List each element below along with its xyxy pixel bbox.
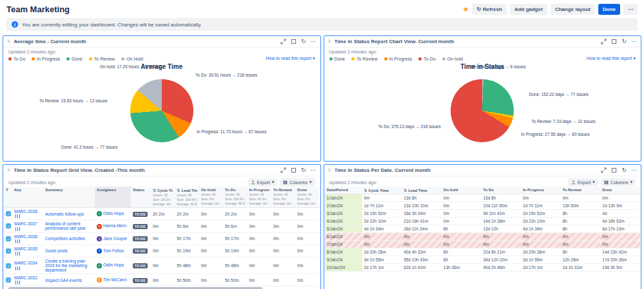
- refresh-gadget-icon[interactable]: ↻: [301, 167, 306, 173]
- export-button[interactable]: Export ▾: [568, 178, 598, 186]
- fullscreen-icon[interactable]: [611, 39, 617, 44]
- column-header-to-review[interactable]: To ReviewIssues: 30Sum: 0mAverage: 0m: [271, 187, 295, 208]
- assignee-link[interactable]: Jane Cooper: [103, 236, 127, 241]
- column-header-date-period[interactable]: Date/Period: [325, 187, 362, 194]
- column-header-to-do[interactable]: To DoIssues: 30Sum: 10d 2h 35mAverage: 8…: [223, 187, 247, 208]
- more-options-button[interactable]: ⋯: [623, 4, 638, 15]
- refresh-gadget-icon[interactable]: ↻: [301, 39, 306, 44]
- column-header-done[interactable]: Done: [600, 187, 640, 194]
- legend-item[interactable]: Done: [329, 57, 346, 61]
- resize-icon[interactable]: [280, 167, 286, 173]
- resize-icon[interactable]: [280, 39, 286, 44]
- issue-key-link[interactable]: MARC-3035: [14, 247, 37, 251]
- drag-handle-icon[interactable]: ⠿: [328, 39, 331, 44]
- chart-icon[interactable]: [15, 252, 20, 256]
- chart-icon[interactable]: [15, 227, 20, 231]
- chart-icon[interactable]: [15, 266, 20, 270]
- refresh-gadget-icon[interactable]: ↻: [621, 39, 627, 44]
- add-gadget-button[interactable]: Add gadget: [510, 4, 547, 15]
- legend-item[interactable]: To Do: [8, 57, 25, 61]
- chart-icon[interactable]: [15, 239, 20, 243]
- pie-chart[interactable]: [130, 79, 193, 142]
- issue-key-link[interactable]: MARC-3036: [14, 234, 37, 239]
- issue-summary-link[interactable]: Automatic follow-ups: [45, 212, 84, 216]
- legend-item[interactable]: In Progress: [32, 57, 60, 61]
- assignee-link[interactable]: Ostin Hops: [103, 211, 124, 216]
- issue-key-link[interactable]: MARC-3038: [14, 209, 37, 214]
- chart-icon[interactable]: [15, 281, 20, 284]
- resize-icon[interactable]: [601, 167, 607, 173]
- column-header-done[interactable]: DoneIssues: 30Sum: 0mAverage: 0m: [295, 187, 319, 208]
- issue-summary-link[interactable]: Guest posts: [45, 248, 68, 253]
- columns-button[interactable]: Columns ▾: [601, 178, 636, 186]
- help-link[interactable]: How to read this report ▾: [587, 56, 636, 61]
- issue-key-link[interactable]: MARC-3032: [14, 275, 37, 280]
- column-header-cycle-time[interactable]: ⇅Cycle TimeIssues: 30Sum: 2h 2mAverage: …: [151, 187, 175, 208]
- assignee-link[interactable]: Tom Felton: [103, 248, 124, 253]
- column-header-lead-time[interactable]: ⇅Lead TimeIssues: 30Sum: 10d 4h 37mAvera…: [175, 187, 199, 208]
- sort-icon[interactable]: ⇅: [404, 188, 407, 192]
- assignee-link[interactable]: Tim McCann: [103, 277, 127, 282]
- change-layout-button[interactable]: Change layout: [551, 4, 595, 15]
- sort-icon[interactable]: ⇅: [364, 188, 367, 192]
- issue-row[interactable]: ✓MARC-3037Analysis of content performanc…: [4, 220, 320, 232]
- column-header-lead-time[interactable]: ⇅Lead Time: [402, 187, 442, 194]
- legend-item[interactable]: Done: [66, 57, 83, 61]
- gadget-more-icon[interactable]: ⋯: [631, 39, 637, 44]
- sort-icon[interactable]: ⇅: [153, 188, 156, 192]
- refresh-gadget-icon[interactable]: ↻: [621, 167, 627, 173]
- columns-button[interactable]: Columns ▾: [280, 178, 315, 186]
- issue-summary-link[interactable]: Analysis of content performance last yea…: [45, 221, 86, 230]
- issue-summary-link[interactable]: Create a training plan 2024 for the mark…: [45, 259, 87, 272]
- gadget-more-icon[interactable]: ⋯: [311, 39, 317, 44]
- chart-icon[interactable]: [15, 214, 20, 218]
- column-header-summary[interactable]: Summary: [43, 187, 95, 208]
- issue-row[interactable]: ✓MARC-3035Guest postsTTom FeltonTO DO0m5…: [4, 245, 320, 257]
- drag-handle-icon[interactable]: ⠿: [328, 168, 331, 173]
- column-header-status[interactable]: Status: [131, 187, 151, 208]
- column-header-assignees[interactable]: Assignees: [95, 187, 131, 208]
- legend-item[interactable]: To Review: [89, 57, 115, 61]
- assignee-link[interactable]: Hanna Mern: [103, 223, 126, 228]
- legend-item[interactable]: To Do: [418, 57, 435, 61]
- gadget-more-icon[interactable]: ⋯: [631, 167, 637, 173]
- export-button[interactable]: Export ▾: [248, 178, 278, 186]
- gadget-more-icon[interactable]: ⋯: [311, 167, 317, 173]
- fullscreen-icon[interactable]: [291, 167, 297, 173]
- help-link[interactable]: How to read this report ▾: [266, 56, 315, 61]
- date-cell: 2/Jan/24: [325, 202, 362, 210]
- drag-handle-icon[interactable]: ⠿: [7, 39, 10, 44]
- sort-icon[interactable]: ⇅: [177, 188, 180, 192]
- column-header-t[interactable]: T: [4, 187, 12, 208]
- column-header-key[interactable]: Key: [12, 187, 43, 208]
- column-header-in-progress[interactable]: In Progress: [521, 187, 561, 194]
- issue-row[interactable]: ✓MARC-3032Inspect GA4 eventsTTim McCannT…: [4, 274, 320, 286]
- legend-item[interactable]: To Review: [351, 57, 377, 61]
- column-label: T: [6, 188, 8, 192]
- assignee-link[interactable]: Ostin Hops: [103, 263, 124, 267]
- issue-row[interactable]: ✓MARC-3036Competitors activitiesJJane Co…: [4, 232, 320, 245]
- fullscreen-icon[interactable]: [291, 39, 297, 44]
- done-button[interactable]: Done: [598, 4, 620, 15]
- column-header-to-review[interactable]: To Review: [561, 187, 601, 194]
- favorite-star-icon[interactable]: ★: [463, 5, 469, 14]
- issue-key-link[interactable]: MARC-3037: [14, 221, 37, 226]
- column-header-on-hold[interactable]: On hold: [442, 187, 482, 194]
- legend-item[interactable]: On Hold: [121, 57, 143, 61]
- issue-summary-link[interactable]: Competitors activities: [45, 236, 85, 241]
- issue-key-link[interactable]: MARC-3034: [14, 261, 37, 265]
- legend-item[interactable]: On hold: [442, 57, 463, 61]
- refresh-button[interactable]: ↻ Refresh: [472, 4, 507, 15]
- column-header-to-do[interactable]: To Do: [481, 187, 521, 194]
- fullscreen-icon[interactable]: [611, 167, 617, 173]
- legend-item[interactable]: In Progress: [384, 57, 413, 61]
- resize-icon[interactable]: [601, 39, 607, 44]
- column-header-in-progress[interactable]: In ProgressIssues: 30Sum: 2h 2mAverage: …: [247, 187, 271, 208]
- drag-handle-icon[interactable]: ⠿: [7, 168, 10, 173]
- issue-summary-link[interactable]: Inspect GA4 events: [45, 278, 82, 283]
- column-header-on-hold[interactable]: On holdIssues: 30Sum: 0mAverage: 0m: [199, 187, 223, 208]
- issue-row[interactable]: ✓MARC-3038Automatic follow-upsOOstin Hop…: [4, 208, 320, 220]
- pie-chart[interactable]: [451, 79, 514, 142]
- column-header-cycle-time[interactable]: ⇅Cycle Time: [362, 187, 402, 194]
- issue-row[interactable]: ✓MARC-3034Create a training plan 2024 fo…: [4, 257, 320, 274]
